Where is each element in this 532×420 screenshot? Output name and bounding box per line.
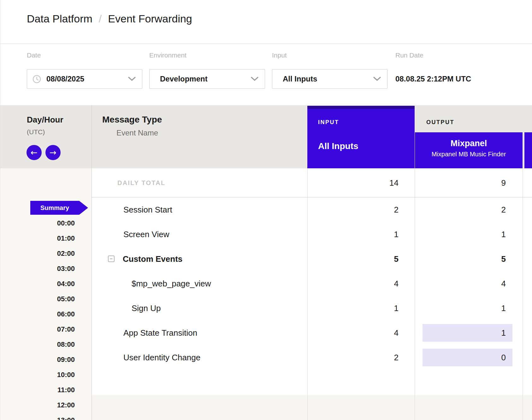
- input-filter-label: Input: [272, 51, 287, 59]
- hour-label-01[interactable]: 01:00: [57, 234, 75, 243]
- day-hour-subtitle: (UTC): [27, 128, 45, 136]
- event-name: App State Transition: [123, 321, 197, 345]
- breadcrumb: Data Platform/Event Forwarding: [27, 13, 192, 25]
- table-row-session-start: Session Start 2 2: [92, 197, 532, 222]
- date-filter-label: Date: [27, 51, 41, 59]
- filter-bar: Date Environment Input Run Date 08/08/20…: [0, 44, 532, 105]
- date-select[interactable]: 08/08/2025: [27, 69, 142, 89]
- page-title: Event Forwarding: [108, 13, 192, 25]
- event-name: Session Start: [123, 197, 172, 222]
- hour-label-07[interactable]: 07:00: [57, 325, 75, 334]
- table-row-app-state-transition: App State Transition 4 1: [92, 321, 532, 345]
- event-forwarding-page: Data Platform/Event Forwarding Date Envi…: [0, 0, 532, 420]
- table-row-screen-view: Screen View 1 1: [92, 222, 532, 247]
- output-value: 1: [415, 296, 523, 321]
- breadcrumb-bar: Data Platform/Event Forwarding: [0, 0, 532, 44]
- breadcrumb-separator: /: [99, 13, 102, 25]
- hour-label-08[interactable]: 08:00: [57, 340, 75, 349]
- daily-total-output-value: 9: [415, 168, 523, 197]
- day-hour-sidebar: Summary 00:00 01:00 02:00 03:00 04:00 05…: [0, 168, 92, 420]
- table-footer-band: [92, 395, 532, 420]
- output-column-subtitle: Mixpanel MB Music Finder: [415, 151, 523, 158]
- run-date-value: 08.08.25 2:12PM UTC: [395, 69, 471, 89]
- daily-total-label: DAILY TOTAL: [117, 168, 165, 197]
- input-value: 2: [307, 345, 415, 370]
- event-name: Screen View: [123, 222, 169, 247]
- next-day-button[interactable]: →: [45, 145, 61, 160]
- chevron-down-icon: [251, 77, 258, 81]
- next-output-column-header-partial[interactable]: [524, 132, 532, 168]
- arrow-right-icon: →: [50, 148, 56, 157]
- output-value: 5: [415, 247, 523, 271]
- hour-label-10[interactable]: 10:00: [57, 370, 75, 379]
- event-name: User Identity Change: [123, 345, 200, 370]
- clock-icon: [33, 75, 41, 83]
- event-name: $mp_web_page_view: [132, 271, 211, 296]
- input-value: 4: [307, 271, 415, 296]
- input-value: 2: [307, 197, 415, 222]
- hour-label-06[interactable]: 06:00: [57, 310, 75, 319]
- arrow-left-icon: ←: [31, 148, 38, 157]
- daily-total-row: DAILY TOTAL 14 9: [92, 168, 532, 197]
- table-row-user-identity-change: User Identity Change 2 0: [92, 345, 532, 370]
- table-row-sign-up: Sign Up 1 1: [92, 296, 532, 321]
- input-value: 1: [307, 222, 415, 247]
- output-value: 4: [415, 271, 523, 296]
- hour-label-04[interactable]: 04:00: [57, 279, 75, 288]
- input-kicker: INPUT: [318, 119, 339, 126]
- table-body: Summary 00:00 01:00 02:00 03:00 04:00 05…: [0, 168, 532, 420]
- input-select[interactable]: All Inputs: [272, 69, 387, 89]
- environment-select-value: Development: [160, 75, 208, 83]
- message-type-subtitle: Event Name: [116, 129, 158, 137]
- event-name: Sign Up: [132, 296, 161, 321]
- hour-label-02[interactable]: 02:00: [57, 249, 75, 258]
- header-column-divider: [92, 105, 92, 168]
- breadcrumb-section[interactable]: Data Platform: [27, 13, 92, 25]
- hour-label-09[interactable]: 09:00: [57, 355, 75, 364]
- input-value: 5: [307, 247, 415, 271]
- input-column-title: All Inputs: [318, 141, 358, 151]
- hour-label-03[interactable]: 03:00: [57, 264, 75, 273]
- summary-row-selector[interactable]: Summary: [30, 201, 79, 215]
- input-column-header[interactable]: INPUT All Inputs: [307, 106, 415, 168]
- environment-filter-label: Environment: [149, 51, 186, 59]
- output-column-header-mixpanel[interactable]: Mixpanel Mixpanel MB Music Finder: [415, 132, 523, 168]
- previous-day-button[interactable]: ←: [27, 145, 42, 160]
- table-grid: DAILY TOTAL 14 9 Session Start 2 2 Scree…: [92, 168, 532, 420]
- environment-select[interactable]: Development: [149, 69, 265, 89]
- input-value: 4: [307, 321, 415, 345]
- hour-label-05[interactable]: 05:00: [57, 295, 75, 303]
- chevron-down-icon: [373, 77, 381, 81]
- table-row-custom-events: − Custom Events 5 5: [92, 247, 532, 271]
- run-date-label: Run Date: [395, 51, 423, 59]
- day-hour-title: Day/Hour: [27, 115, 63, 125]
- chevron-down-icon: [128, 77, 136, 81]
- table-header: Day/Hour (UTC) ← → Message Type Event Na…: [0, 105, 532, 168]
- input-value: 1: [307, 296, 415, 321]
- output-value: 2: [415, 197, 523, 222]
- output-value-highlighted: 0: [423, 349, 512, 366]
- hour-label-00[interactable]: 00:00: [57, 219, 75, 228]
- hour-label-12[interactable]: 12:00: [57, 401, 75, 410]
- hour-label-13[interactable]: 13:00: [57, 416, 75, 420]
- output-column-title: Mixpanel: [415, 139, 523, 148]
- input-select-value: All Inputs: [283, 75, 317, 83]
- output-value: 1: [415, 222, 523, 247]
- daily-total-input-value: 14: [307, 168, 415, 197]
- event-name: Custom Events: [123, 247, 182, 271]
- table-row-mp-web-page-view: $mp_web_page_view 4 4: [92, 271, 532, 296]
- message-type-title: Message Type: [102, 115, 162, 125]
- output-kicker: OUTPUT: [426, 119, 454, 126]
- date-select-value: 08/08/2025: [46, 75, 84, 83]
- collapse-icon[interactable]: −: [108, 255, 115, 262]
- event-rows: Session Start 2 2 Screen View 1 1 − Cust…: [92, 197, 532, 370]
- hour-label-11[interactable]: 11:00: [57, 386, 75, 394]
- output-value-highlighted: 1: [423, 324, 512, 342]
